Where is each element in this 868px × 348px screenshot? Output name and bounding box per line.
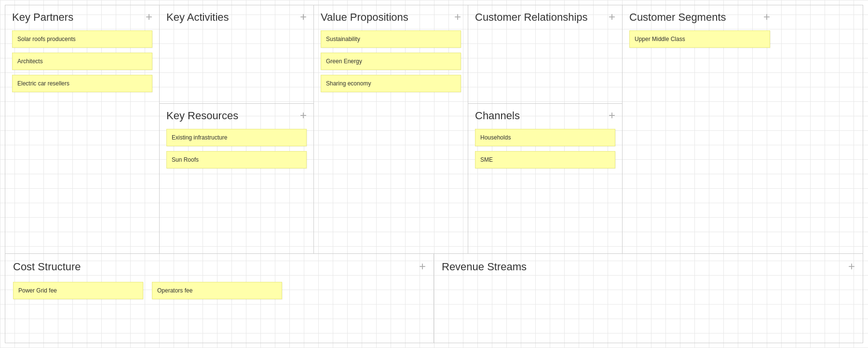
revenue-streams-cell: Revenue Streams +	[434, 254, 863, 343]
key-partners-title: Key Partners	[12, 11, 73, 24]
value-propositions-header: Value Propositions +	[321, 11, 461, 24]
relationships-channels-split: Customer Relationships + Channels + Hous…	[468, 5, 623, 253]
key-activities-header: Key Activities +	[166, 11, 307, 24]
list-item[interactable]: Sharing economy	[321, 75, 461, 92]
key-resources-add-button[interactable]: +	[300, 110, 307, 121]
customer-segments-add-button[interactable]: +	[763, 11, 770, 23]
customer-relationships-title: Customer Relationships	[475, 11, 588, 24]
list-item[interactable]: Solar roofs producents	[12, 30, 152, 48]
channels-header: Channels +	[475, 110, 615, 122]
list-item[interactable]: Operators fee	[152, 282, 282, 299]
key-partners-cell: Key Partners + Solar roofs producents Ar…	[5, 5, 160, 253]
key-activities-cell: Key Activities +	[160, 5, 313, 104]
customer-relationships-header: Customer Relationships +	[475, 11, 615, 24]
list-item[interactable]: Power Grid fee	[13, 282, 143, 299]
key-resources-title: Key Resources	[166, 110, 238, 122]
cost-notes-row: Power Grid fee Operators fee	[13, 282, 426, 304]
key-resources-cell: Key Resources + Existing infrastructure …	[160, 104, 313, 253]
key-partners-add-button[interactable]: +	[146, 11, 152, 23]
list-item[interactable]: Electric car resellers	[12, 75, 152, 92]
value-propositions-title: Value Propositions	[321, 11, 408, 24]
channels-cell: Channels + Households SME	[468, 104, 622, 253]
list-item[interactable]: SME	[475, 151, 615, 168]
list-item[interactable]: Upper Middle Class	[629, 30, 770, 48]
cost-structure-add-button[interactable]: +	[419, 261, 426, 272]
cost-structure-header: Cost Structure +	[13, 261, 426, 273]
channels-title: Channels	[475, 110, 520, 122]
customer-relationships-add-button[interactable]: +	[609, 11, 615, 23]
key-partners-header: Key Partners +	[12, 11, 152, 24]
revenue-streams-header: Revenue Streams +	[442, 261, 855, 273]
list-item[interactable]: Green Energy	[321, 53, 461, 70]
list-item[interactable]: Architects	[12, 53, 152, 70]
bottom-grid: Cost Structure + Power Grid fee Operator…	[5, 254, 863, 343]
customer-segments-header: Customer Segments +	[629, 11, 770, 24]
top-grid: Key Partners + Solar roofs producents Ar…	[5, 5, 863, 254]
value-propositions-add-button[interactable]: +	[454, 11, 461, 23]
cost-structure-title: Cost Structure	[13, 261, 81, 273]
customer-segments-cell: Customer Segments + Upper Middle Class	[623, 5, 777, 253]
customer-segments-title: Customer Segments	[629, 11, 726, 24]
business-model-canvas: Key Partners + Solar roofs producents Ar…	[0, 0, 868, 348]
cost-structure-cell: Cost Structure + Power Grid fee Operator…	[5, 254, 434, 343]
list-item[interactable]: Sustainability	[321, 30, 461, 48]
list-item[interactable]: Households	[475, 129, 615, 146]
activities-resources-split: Key Activities + Key Resources + Existin…	[160, 5, 314, 253]
list-item[interactable]: Sun Roofs	[166, 151, 307, 168]
channels-add-button[interactable]: +	[609, 110, 615, 121]
key-resources-header: Key Resources +	[166, 110, 307, 122]
revenue-streams-add-button[interactable]: +	[848, 261, 855, 272]
revenue-streams-title: Revenue Streams	[442, 261, 527, 273]
key-activities-title: Key Activities	[166, 11, 229, 24]
value-propositions-cell: Value Propositions + Sustainability Gree…	[314, 5, 468, 253]
list-item[interactable]: Existing infrastructure	[166, 129, 307, 146]
customer-relationships-cell: Customer Relationships +	[468, 5, 622, 104]
key-activities-add-button[interactable]: +	[300, 11, 307, 23]
